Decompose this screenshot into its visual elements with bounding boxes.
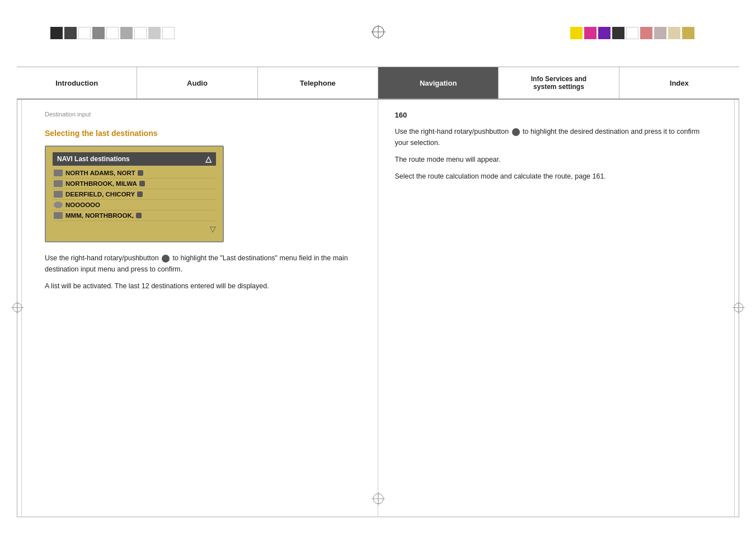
right-column: 160 Use the right-hand rotary/pushbutton…	[378, 100, 740, 517]
cs-block	[148, 27, 161, 39]
color-strip-right	[570, 27, 694, 39]
nav-tabs: Introduction Audio Telephone Navigation …	[17, 67, 739, 100]
cs-block	[612, 27, 624, 39]
top-bar	[17, 17, 739, 67]
map-icon	[54, 212, 63, 219]
crosshair-left	[11, 302, 24, 316]
info-icon	[138, 170, 143, 176]
tab-introduction[interactable]: Introduction	[17, 67, 137, 99]
cs-block	[598, 27, 611, 39]
right-body-text-1: Use the right-hand rotary/pushbutton to …	[395, 126, 712, 148]
cs-block	[106, 27, 119, 39]
navi-screen: NAVI Last destinations △ NORTH ADAMS, NO…	[45, 146, 224, 242]
color-strip-left	[50, 27, 175, 39]
tab-telephone[interactable]: Telephone	[258, 67, 378, 99]
left-body-text-2: A list will be activated. The last 12 de…	[45, 280, 361, 292]
left-body-text-1: Use the right-hand rotary/pushbutton to …	[45, 252, 361, 275]
crosshair-bottom	[372, 492, 385, 507]
cs-block	[92, 27, 105, 39]
cs-block	[668, 27, 680, 39]
navi-title: NAVI Last destinations	[57, 155, 130, 163]
page-number: 160	[395, 111, 712, 119]
cs-block	[682, 27, 694, 39]
left-column: Destination input Selecting the last des…	[17, 100, 378, 517]
navi-item: NORTH ADAMS, NORT	[53, 168, 216, 179]
content-area: Destination input Selecting the last des…	[17, 100, 739, 517]
crosshair-top-center	[371, 25, 386, 41]
tab-index[interactable]: Index	[619, 67, 739, 99]
cs-block	[570, 27, 583, 39]
section-heading: Selecting the last destinations	[45, 129, 361, 138]
navi-item-text: NORTH ADAMS, NORT	[65, 170, 135, 176]
cs-block	[134, 27, 147, 39]
info-icon	[136, 213, 142, 218]
tab-navigation[interactable]: Navigation	[378, 67, 499, 99]
navi-item: DEERFIELD, CHICORY	[53, 189, 216, 200]
navi-title-row: NAVI Last destinations △	[53, 152, 216, 166]
navi-item: NORTHBROOK, MILWA	[53, 179, 216, 189]
cs-block	[50, 27, 63, 39]
map-icon	[54, 170, 63, 176]
navi-item-text: MMM, NORTHBROOK,	[65, 212, 134, 219]
navi-item-text: NORTHBROOK, MILWA	[65, 180, 137, 187]
navi-item: NOOOOOO	[53, 200, 216, 210]
navi-scroll-down: ▽	[53, 221, 216, 233]
rotary-button-icon	[512, 128, 520, 136]
cs-block	[626, 27, 638, 39]
cs-block	[584, 27, 597, 39]
cs-block	[162, 27, 175, 39]
cs-block	[654, 27, 666, 39]
tab-audio[interactable]: Audio	[137, 67, 257, 99]
crosshair-right	[732, 302, 745, 316]
map-icon	[54, 191, 63, 198]
cs-block	[78, 27, 91, 39]
map-icon	[54, 180, 63, 187]
cs-block	[120, 27, 133, 39]
info-icon	[139, 181, 145, 186]
tab-info[interactable]: Info Services andsystem settings	[499, 67, 619, 99]
right-body-text-3: Select the route calculation mode and ca…	[395, 171, 712, 182]
navi-title-icon: △	[205, 154, 212, 163]
navi-item: MMM, NORTHBROOK,	[53, 210, 216, 221]
navi-item-text: NOOOOOO	[65, 202, 100, 208]
breadcrumb: Destination input	[45, 111, 361, 118]
right-body-text-2: The route mode menu will appear.	[395, 154, 712, 165]
info-icon	[137, 191, 143, 197]
globe-icon	[54, 202, 63, 208]
cs-block	[64, 27, 77, 39]
rotary-button-icon	[162, 255, 170, 263]
cs-block	[640, 27, 652, 39]
navi-item-text: DEERFIELD, CHICORY	[65, 191, 135, 198]
